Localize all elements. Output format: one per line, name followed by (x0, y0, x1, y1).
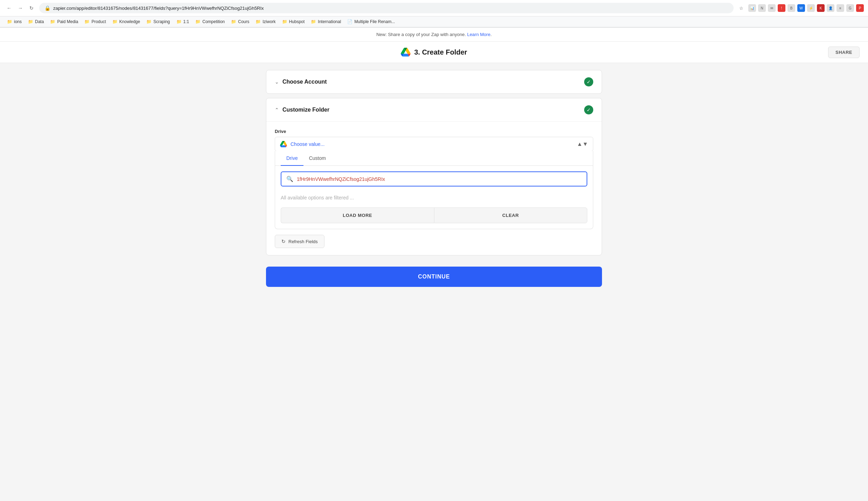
bookmark-hubspot[interactable]: 📁 Hubspot (279, 18, 308, 26)
forward-button[interactable]: → (15, 3, 25, 13)
drive-select-arrow-icon: ▲▼ (577, 141, 588, 147)
bookmarks-bar: 📁 ions 📁 Data 📁 Paid Media 📁 Product 📁 K… (0, 16, 868, 27)
browser-nav-buttons: ← → ↻ (4, 3, 36, 13)
extension-icon-3[interactable]: ✉ (768, 4, 776, 12)
folder-icon: 📁 (176, 19, 182, 24)
extension-icon-5[interactable]: B (788, 4, 795, 12)
choose-account-header: ⌄ Choose Account ✓ (266, 70, 602, 93)
folder-icon: 📁 (7, 19, 12, 24)
bookmark-scraping[interactable]: 📁 Scraping (144, 18, 173, 26)
filter-message: All available options are filtered ... (275, 192, 593, 207)
extension-icon-4[interactable]: ! (778, 4, 785, 12)
bookmark-label: 1:1 (183, 19, 189, 24)
bookmark-multiple-file[interactable]: 📄 Multiple File Renam... (344, 18, 398, 26)
continue-button[interactable]: CONTINUE (266, 267, 602, 287)
bookmark-product[interactable]: 📁 Product (82, 18, 108, 26)
choose-account-title-row: ⌄ Choose Account (275, 79, 327, 85)
bookmark-label: Cours (238, 19, 249, 24)
load-more-button[interactable]: LOAD MORE (281, 207, 434, 223)
bookmark-ions[interactable]: 📁 ions (4, 18, 24, 26)
bookmark-cours[interactable]: 📁 Cours (228, 18, 252, 26)
bookmark-label: Hubspot (289, 19, 305, 24)
folder-icon: 📁 (84, 19, 90, 24)
extension-icon-2[interactable]: N (758, 4, 766, 12)
learn-more-link[interactable]: Learn More (467, 32, 490, 37)
star-icon[interactable]: ☆ (736, 3, 746, 13)
chevron-up-icon[interactable]: ⌃ (275, 107, 279, 113)
notification-suffix: . (490, 32, 492, 37)
extension-icon-10[interactable]: ≡ (836, 4, 844, 12)
drive-select[interactable]: Choose value... ▲▼ (275, 137, 593, 151)
lock-icon: 🔒 (44, 5, 50, 11)
chevron-down-icon[interactable]: ⌄ (275, 79, 279, 85)
bookmark-international[interactable]: 📁 International (308, 18, 344, 26)
customize-folder-body: Drive Choose value... ▲▼ (266, 122, 602, 255)
share-button[interactable]: SHARE (828, 47, 860, 58)
folder-icon: 📁 (311, 19, 316, 24)
bookmark-label: Iziwork (262, 19, 275, 24)
drive-search-input[interactable] (297, 176, 582, 182)
bookmark-label: Knowledge (119, 19, 140, 24)
bookmark-knowledge[interactable]: 📁 Knowledge (110, 18, 143, 26)
drive-field-label: Drive (275, 129, 593, 134)
refresh-browser-button[interactable]: ↻ (27, 3, 36, 13)
bookmark-label: Scraping (153, 19, 170, 24)
page-title: 3. Create Folder (414, 48, 467, 56)
drive-select-icon (280, 141, 287, 148)
bookmark-label: Multiple File Renam... (354, 19, 395, 24)
page-header: 3. Create Folder SHARE (0, 42, 868, 63)
action-buttons: LOAD MORE CLEAR (275, 207, 593, 229)
address-bar[interactable]: 🔒 zapier.com/app/editor/81431675/nodes/8… (39, 3, 734, 13)
extension-icon-1[interactable]: 📊 (748, 4, 756, 12)
customize-folder-header: ⌃ Customize Folder ✓ (266, 98, 602, 122)
bookmark-iziwork[interactable]: 📁 Iziwork (253, 18, 278, 26)
drive-tabs-row: Drive Custom (275, 151, 593, 166)
bookmark-label: International (318, 19, 341, 24)
folder-icon: 📁 (28, 19, 33, 24)
folder-icon: 📁 (231, 19, 236, 24)
bookmark-label: Product (91, 19, 106, 24)
extension-icon-9[interactable]: 👤 (827, 4, 834, 12)
extension-icon-11[interactable]: G (846, 4, 854, 12)
bookmark-label: ions (14, 19, 22, 24)
extension-icon-12[interactable]: P (856, 4, 864, 12)
tab-drive[interactable]: Drive (281, 151, 303, 166)
notification-text: New: Share a copy of your Zap with anyon… (376, 32, 466, 37)
bookmark-label: Competition (202, 19, 225, 24)
folder-icon: 📁 (112, 19, 118, 24)
extension-icon-7[interactable]: ⚡ (807, 4, 815, 12)
folder-icon: 📁 (282, 19, 287, 24)
refresh-fields-button[interactable]: ↻ Refresh Fields (275, 235, 324, 248)
search-area: 🔍 (275, 166, 593, 192)
bookmark-data[interactable]: 📁 Data (25, 18, 47, 26)
page-title-area: 3. Create Folder (401, 47, 467, 57)
google-drive-icon (401, 47, 411, 57)
main-content: ⌄ Choose Account ✓ ⌃ Customize Folder ✓ … (259, 63, 609, 294)
clear-button[interactable]: CLEAR (434, 207, 588, 223)
customize-folder-check: ✓ (584, 105, 593, 114)
customize-folder-title: Customize Folder (282, 107, 329, 113)
search-input-wrapper: 🔍 (281, 171, 587, 186)
bookmark-label: Paid Media (57, 19, 78, 24)
browser-extension-icons: ☆ 📊 N ✉ ! B W ⚡ K 👤 ≡ G P (736, 3, 864, 13)
tab-custom[interactable]: Custom (303, 151, 331, 166)
extension-icon-8[interactable]: K (817, 4, 825, 12)
folder-icon: 📄 (347, 19, 352, 24)
choose-account-section: ⌄ Choose Account ✓ (266, 70, 602, 94)
search-icon: 🔍 (286, 176, 293, 182)
drive-dropdown-panel: Drive Custom 🔍 All available options are… (275, 151, 593, 229)
customize-folder-section: ⌃ Customize Folder ✓ Drive (266, 98, 602, 255)
folder-icon: 📁 (146, 19, 152, 24)
notification-bar: New: Share a copy of your Zap with anyon… (0, 28, 868, 42)
bookmark-competition[interactable]: 📁 Competition (192, 18, 227, 26)
choose-account-title: Choose Account (282, 79, 327, 85)
bookmark-1-1[interactable]: 📁 1:1 (174, 18, 192, 26)
url-text: zapier.com/app/editor/81431675/nodes/814… (53, 6, 728, 11)
drive-select-value: Choose value... (290, 141, 573, 147)
bookmark-paid-media[interactable]: 📁 Paid Media (47, 18, 81, 26)
back-button[interactable]: ← (4, 3, 14, 13)
choose-account-check: ✓ (584, 77, 593, 86)
folder-icon: 📁 (255, 19, 261, 24)
refresh-icon: ↻ (281, 239, 286, 244)
extension-icon-6[interactable]: W (797, 4, 805, 12)
